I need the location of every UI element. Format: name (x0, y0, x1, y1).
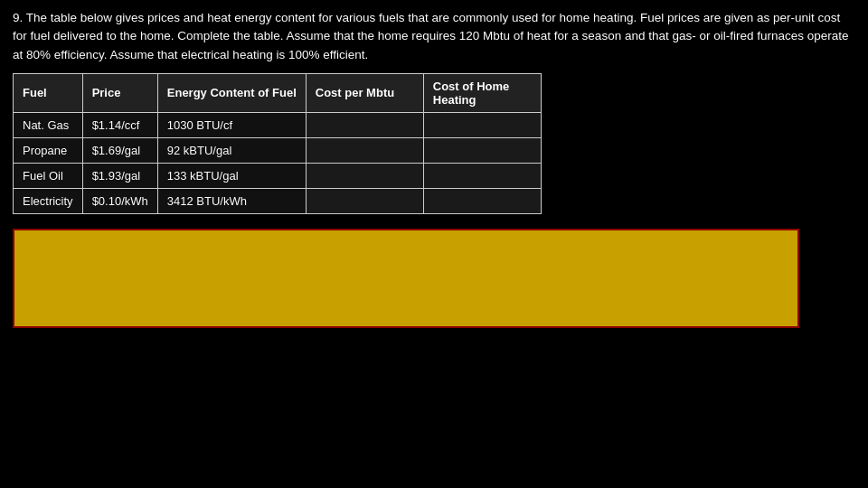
table-row: Fuel Oil$1.93/gal133 kBTU/gal (14, 163, 542, 188)
cell-fuel-2: Fuel Oil (14, 163, 83, 188)
table-wrapper: Fuel Price Energy Content of Fuel Cost p… (13, 73, 855, 214)
cell-fuel-0: Nat. Gas (14, 112, 83, 137)
cell-cost_home-0 (423, 112, 541, 137)
cell-cost_home-2 (423, 163, 541, 188)
cell-energy-0: 1030 BTU/cf (157, 112, 306, 137)
table-row: Propane$1.69/gal92 kBTU/gal (14, 137, 542, 163)
cell-energy-3: 3412 BTU/kWh (157, 188, 306, 213)
col-header-cost-mbtu: Cost per Mbtu (306, 73, 423, 112)
page-container: 9. The table below gives prices and heat… (0, 0, 868, 488)
cell-cost_per_mbtu-2 (306, 163, 423, 188)
cell-price-1: $1.69/gal (82, 137, 157, 163)
answer-box (13, 229, 799, 328)
table-row: Electricity$0.10/kWh3412 BTU/kWh (14, 188, 542, 213)
cell-price-2: $1.93/gal (82, 163, 157, 188)
col-header-energy: Energy Content of Fuel (157, 73, 306, 112)
cell-energy-2: 133 kBTU/gal (157, 163, 306, 188)
question-text: 9. The table below gives prices and heat… (13, 9, 855, 64)
cell-cost_per_mbtu-0 (306, 112, 423, 137)
cell-price-3: $0.10/kWh (82, 188, 157, 213)
cell-energy-1: 92 kBTU/gal (157, 137, 306, 163)
cell-fuel-3: Electricity (14, 188, 83, 213)
cell-cost_home-3 (423, 188, 541, 213)
cell-fuel-1: Propane (14, 137, 83, 163)
fuel-table: Fuel Price Energy Content of Fuel Cost p… (13, 73, 542, 214)
col-header-price: Price (82, 73, 157, 112)
cell-cost_home-1 (423, 137, 541, 163)
cell-price-0: $1.14/ccf (82, 112, 157, 137)
cell-cost_per_mbtu-1 (306, 137, 423, 163)
col-header-fuel: Fuel (14, 73, 83, 112)
col-header-cost-home: Cost of Home Heating (423, 73, 541, 112)
cell-cost_per_mbtu-3 (306, 188, 423, 213)
table-row: Nat. Gas$1.14/ccf1030 BTU/cf (14, 112, 542, 137)
